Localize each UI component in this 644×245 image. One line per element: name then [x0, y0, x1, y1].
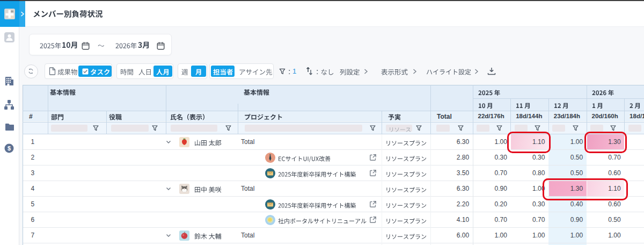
svg-text:$: $ [8, 145, 11, 152]
